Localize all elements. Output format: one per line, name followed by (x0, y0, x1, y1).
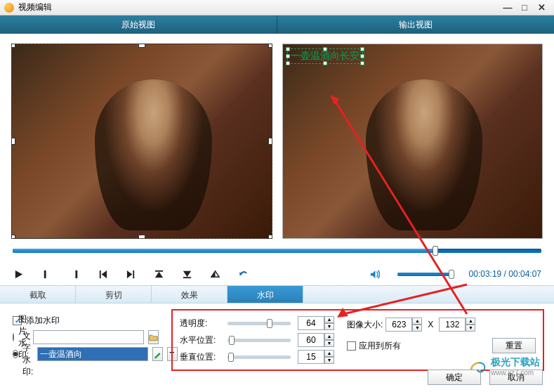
height-down[interactable]: ▼ (466, 325, 475, 332)
view-header: 原始视图 输出视图 (0, 15, 554, 34)
wm-handle[interactable] (286, 61, 290, 65)
vpos-up[interactable]: ▲ (324, 350, 334, 357)
width-down[interactable]: ▼ (412, 325, 422, 332)
vpos-slider[interactable] (227, 355, 291, 359)
hpos-label: 水平位置: (180, 334, 220, 346)
svg-rect-0 (154, 270, 162, 271)
crop-handle[interactable] (138, 44, 145, 48)
tab-crop[interactable]: 截取 (0, 286, 76, 303)
wm-handle[interactable] (360, 47, 364, 51)
titlebar: 视频编辑 — □ ✕ (0, 0, 554, 15)
undo-button[interactable] (237, 268, 249, 280)
app-icon (4, 3, 14, 13)
text-watermark-input[interactable] (37, 347, 148, 361)
hpos-up[interactable]: ▲ (324, 333, 334, 340)
apply-all-checkbox[interactable]: ✓ (347, 341, 356, 351)
output-preview[interactable]: 一壶温酒向长安 (282, 44, 543, 239)
crop-handle[interactable] (11, 44, 15, 48)
step-back-button[interactable] (209, 268, 220, 280)
wm-handle[interactable] (360, 61, 364, 65)
image-watermark-radio[interactable] (13, 333, 14, 341)
height-up[interactable]: ▲ (466, 318, 475, 325)
seek-thumb[interactable] (433, 246, 438, 256)
crop-handle[interactable] (138, 235, 145, 239)
hpos-down[interactable]: ▼ (324, 340, 334, 347)
tab-original-view[interactable]: 原始视图 (0, 15, 277, 34)
seek-slider[interactable] (13, 249, 541, 253)
hpos-value[interactable] (298, 333, 324, 347)
window-title: 视频编辑 (18, 1, 52, 13)
ok-button[interactable]: 确定 (428, 370, 481, 385)
wm-handle[interactable] (323, 61, 327, 65)
volume-slider[interactable] (397, 273, 452, 276)
crop-handle[interactable] (268, 44, 272, 48)
preview-area: 一壶温酒向长安 (0, 34, 554, 244)
wm-handle[interactable] (286, 54, 290, 58)
x-separator: X (428, 320, 433, 329)
svg-rect-1 (183, 277, 190, 278)
vpos-down[interactable]: ▼ (324, 357, 334, 364)
option-tabs: 截取 剪切 效果 水印 (0, 285, 554, 303)
vpos-label: 垂直位置: (180, 351, 220, 363)
watermark-source-group: ✓ 添加水印 图片水印: 文字水印: T (10, 309, 160, 371)
opacity-label: 透明度: (180, 318, 220, 329)
text-watermark-radio[interactable] (13, 350, 18, 358)
wm-handle[interactable] (286, 47, 290, 51)
opacity-up[interactable]: ▲ (324, 316, 334, 323)
play-button[interactable] (13, 268, 24, 280)
next-frame-button[interactable] (125, 268, 136, 280)
mark-in-button[interactable] (41, 268, 52, 280)
image-height[interactable] (439, 318, 466, 332)
text-color-button[interactable] (152, 347, 163, 361)
crop-handle[interactable] (268, 138, 272, 145)
minimize-button[interactable]: — (499, 2, 516, 13)
close-button[interactable]: ✕ (533, 2, 550, 13)
opacity-slider[interactable] (227, 322, 291, 325)
wm-handle[interactable] (360, 54, 364, 58)
image-width[interactable] (385, 318, 412, 332)
crop-handle[interactable] (11, 138, 15, 145)
volume-thumb[interactable] (449, 270, 454, 279)
seek-row (0, 244, 554, 260)
text-watermark-label: 文字水印: (22, 330, 33, 378)
watermark-overlay[interactable]: 一壶温酒向长安 (287, 48, 363, 64)
cancel-button[interactable]: 取消 (489, 370, 543, 385)
dialog-footer: 确定 取消 (428, 370, 543, 385)
mark-out-button[interactable] (69, 268, 80, 280)
watermark-overlay-text: 一壶温酒向长安 (291, 50, 360, 61)
maximize-button[interactable]: □ (516, 2, 533, 13)
watermark-params-group: 透明度: ▲▼ 水平位置: ▲▼ 垂直位置: ▲▼ 图像大小: ▲▼ X ▲▼ (171, 309, 544, 371)
crop-handle[interactable] (268, 235, 272, 239)
settings-panel: ✓ 添加水印 图片水印: 文字水印: T 透明度: ▲▼ 水平位置: (0, 303, 554, 377)
hpos-slider[interactable] (227, 339, 291, 342)
reset-button[interactable]: 重置 (492, 338, 536, 353)
tab-output-view[interactable]: 输出视图 (277, 15, 554, 34)
goto-start-button[interactable] (153, 268, 164, 280)
apply-all-label: 应用到所有 (359, 340, 401, 352)
prev-frame-button[interactable] (97, 268, 108, 280)
add-watermark-label: 添加水印 (26, 315, 60, 327)
original-preview[interactable] (11, 44, 272, 239)
image-size-label: 图像大小: (347, 319, 383, 331)
volume-icon[interactable] (369, 268, 381, 280)
opacity-value[interactable] (298, 316, 324, 330)
tab-effect[interactable]: 效果 (152, 286, 227, 303)
time-display: 00:03:19 / 00:04:07 (469, 269, 541, 279)
goto-end-button[interactable] (181, 268, 192, 280)
transport-bar: 00:03:19 / 00:04:07 (0, 260, 554, 285)
vpos-value[interactable] (298, 350, 324, 364)
crop-handle[interactable] (11, 235, 15, 239)
tab-watermark[interactable]: 水印 (227, 286, 303, 303)
width-up[interactable]: ▲ (412, 318, 422, 325)
tab-trim[interactable]: 剪切 (76, 286, 152, 303)
browse-image-button[interactable] (148, 330, 159, 344)
image-watermark-path[interactable] (33, 330, 144, 344)
opacity-down[interactable]: ▼ (324, 323, 334, 330)
wm-handle[interactable] (323, 47, 327, 51)
